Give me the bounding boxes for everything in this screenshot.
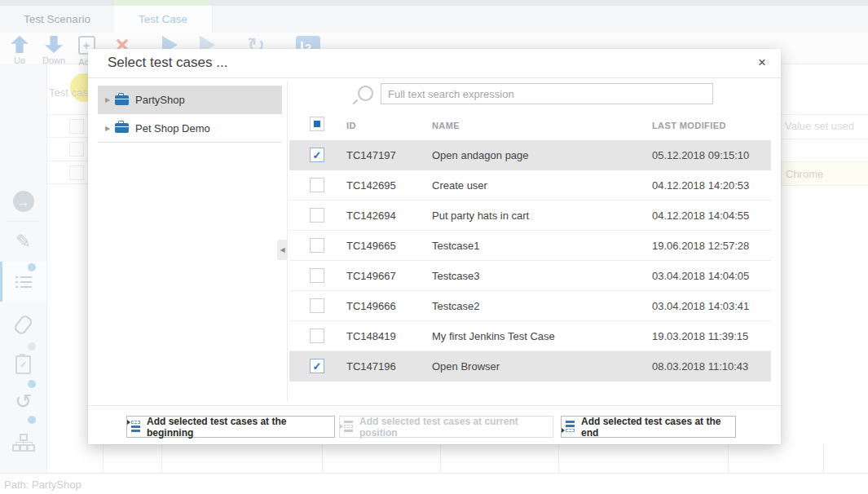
- row-checkbox[interactable]: ✓: [310, 148, 324, 162]
- footer-button[interactable]: Add selected test cases at the beginning: [126, 416, 335, 438]
- tab-label: Test Case: [139, 13, 187, 25]
- footer-divider: [88, 405, 781, 406]
- arrow-glyph: →: [17, 195, 29, 209]
- cell-last-modified: 19.06.2018 12:57:28: [652, 240, 749, 252]
- arrow-up-icon: [11, 36, 29, 53]
- tree-item[interactable]: ▶ Pet Shop Demo: [98, 114, 282, 143]
- test-case-table: ✓ TC147197 Open andagon page 05.12.2018 …: [289, 140, 771, 382]
- indeterminate-mark: [314, 121, 320, 127]
- footer-button-label: Add selected test cases at the beginning: [147, 416, 334, 439]
- bg-column-header-value-set: Value set used: [785, 120, 854, 132]
- row-checkbox[interactable]: [310, 329, 324, 343]
- tab-test-scenario[interactable]: Test Scenario: [0, 6, 114, 33]
- test-case-row[interactable]: TC149666 Testcase2 03.04.2018 14:03:41: [289, 291, 771, 321]
- cell-name: Create user: [432, 179, 487, 192]
- bg-grid-line: [558, 444, 559, 473]
- row-checkbox[interactable]: [310, 238, 324, 253]
- sidebar-item-test-case-list[interactable]: [0, 264, 46, 300]
- sidebar-item-hierarchy[interactable]: [0, 425, 46, 461]
- bg-row-line: [46, 114, 88, 115]
- column-header-name[interactable]: NAME: [432, 121, 460, 130]
- sidebar-item-execute[interactable]: →: [0, 183, 46, 219]
- close-icon[interactable]: ×: [753, 54, 771, 72]
- row-checkbox[interactable]: [310, 178, 324, 192]
- insert-position-icon: [562, 421, 575, 433]
- bg-grid-line: [823, 444, 824, 473]
- cell-name: Testcase2: [432, 300, 480, 312]
- tab-test-case[interactable]: Test Case: [114, 6, 213, 33]
- sidebar-item-attachments[interactable]: [0, 307, 46, 342]
- tab-label: Test Scenario: [24, 13, 90, 25]
- row-checkbox[interactable]: [310, 268, 324, 283]
- edit-pencil-icon: ✎: [15, 231, 31, 253]
- row-checkbox[interactable]: ✓: [310, 359, 324, 373]
- dialog-title: Select test cases ...: [108, 55, 227, 71]
- select-all-checkbox[interactable]: [310, 117, 324, 131]
- test-case-row[interactable]: TC142695 Create user 04.12.2018 14:20:53: [289, 170, 771, 201]
- row-checkbox[interactable]: [310, 208, 324, 223]
- cell-name: Open Browser: [432, 360, 500, 373]
- bg-row-line: [46, 137, 88, 138]
- bg-row-checkbox: [69, 142, 84, 157]
- cell-last-modified: 04.12.2018 14:20:53: [652, 179, 749, 192]
- collapse-panel-handle[interactable]: ◀: [277, 240, 288, 260]
- bg-row-line: [46, 183, 88, 184]
- bg-grid-line: [728, 444, 729, 473]
- column-header-last-modified[interactable]: LAST MODIFIED: [652, 121, 726, 130]
- search-input[interactable]: [381, 83, 713, 104]
- sidebar-divider: [7, 221, 39, 222]
- sidebar-item-history[interactable]: ↺: [0, 383, 46, 419]
- caret-icon[interactable]: ▶: [105, 96, 115, 104]
- test-case-row[interactable]: ✓ TC147196 Open Browser 08.03.2018 11:10…: [289, 351, 771, 382]
- notification-dot: [28, 416, 36, 424]
- cell-last-modified: 04.12.2018 14:04:55: [652, 210, 749, 222]
- footer-button: Add selected test cases at current posit…: [339, 416, 553, 438]
- active-tab-progress: [114, 0, 210, 6]
- select-test-cases-dialog: Select test cases ... × ▶ PartyShop ▶ Pe…: [88, 49, 781, 444]
- table-header: ID NAME LAST MODIFIED: [289, 114, 771, 140]
- test-case-row[interactable]: ✓ TC147197 Open andagon page 05.12.2018 …: [289, 140, 771, 170]
- cell-id: TC147196: [346, 360, 396, 373]
- footer-button-label: Add selected test cases at the end: [581, 416, 735, 439]
- footer-button[interactable]: Add selected test cases at the end: [561, 416, 736, 438]
- path-status: Path: PartyShop: [4, 479, 82, 491]
- dialog-header: Select test cases ... ×: [88, 49, 781, 78]
- caret-icon[interactable]: ▶: [105, 125, 115, 132]
- cell-id: TC142695: [346, 179, 396, 192]
- bg-column-value-set: Value set used Chrome: [776, 64, 868, 444]
- insert-position-icon: [340, 421, 354, 433]
- test-case-row[interactable]: TC149667 Testcase3 03.04.2018 14:04:05: [289, 261, 771, 291]
- clipboard-check-icon: ✓: [15, 355, 31, 374]
- footer-button-label: Add selected test cases at current posit…: [359, 416, 553, 439]
- test-case-row[interactable]: TC142694 Put party hats in cart 04.12.20…: [289, 201, 771, 231]
- list-icon: [15, 276, 32, 289]
- cell-id: TC149666: [346, 300, 396, 312]
- insert-position-icon: [127, 421, 141, 433]
- bg-row-chrome: Chrome: [778, 161, 868, 186]
- sidebar-item-edit[interactable]: ✎: [0, 223, 46, 259]
- cell-id: TC149667: [346, 270, 396, 282]
- row-checkbox[interactable]: [310, 298, 324, 313]
- history-icon: ↺: [15, 390, 32, 413]
- top-progress-strip: [0, 0, 868, 6]
- cell-last-modified: 03.04.2018 14:03:41: [652, 300, 749, 312]
- cell-last-modified: 19.03.2018 11:39:15: [652, 330, 748, 342]
- test-case-row[interactable]: TC148419 My first Jenkins Test Case 19.0…: [289, 321, 771, 351]
- tree-item-label: Pet Shop Demo: [135, 122, 210, 135]
- bg-grid-line: [161, 444, 162, 473]
- tab-bar: Test Scenario Test Case: [0, 6, 868, 33]
- status-bar: Path: PartyShop: [0, 473, 868, 494]
- test-case-row[interactable]: TC149665 Testcase1 19.06.2018 12:57:28: [289, 231, 771, 261]
- cell-id: TC142694: [346, 210, 396, 222]
- bg-grid-line: [440, 444, 441, 473]
- notification-dot: [28, 263, 36, 271]
- cell-name: Testcase1: [432, 240, 480, 252]
- cell-id: TC149665: [346, 240, 396, 252]
- tree-item[interactable]: ▶ PartyShop: [98, 86, 282, 114]
- sidebar-item-checklist[interactable]: ✓: [0, 346, 46, 382]
- column-header-id[interactable]: ID: [346, 121, 356, 130]
- tree-item-label: PartyShop: [135, 94, 185, 106]
- cell-name: Put party hats in cart: [432, 210, 529, 222]
- project-briefcase-icon: [115, 95, 129, 105]
- bg-row-line: [778, 139, 868, 139]
